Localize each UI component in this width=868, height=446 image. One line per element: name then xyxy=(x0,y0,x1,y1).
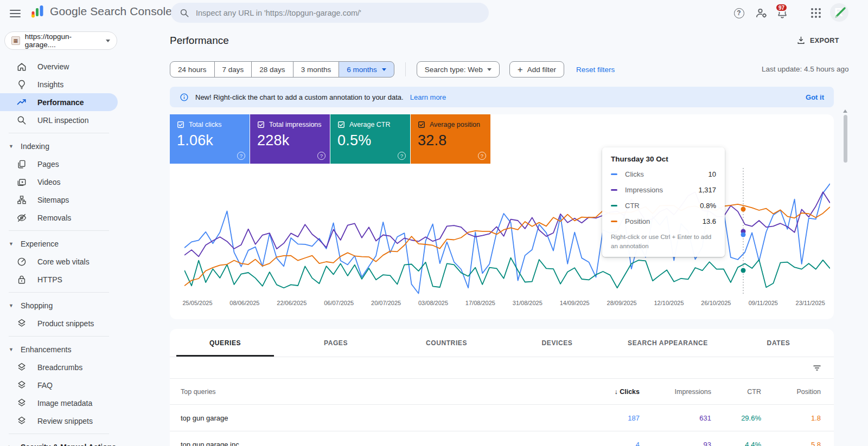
tooltip-label: Impressions xyxy=(625,186,663,194)
total-clicks-card[interactable]: Total clicks 1.06k ? xyxy=(170,114,250,164)
export-label: EXPORT xyxy=(810,37,839,44)
apps-grid-button[interactable] xyxy=(808,5,824,21)
sort-descending-icon: ↓ xyxy=(614,388,620,396)
sidebar-section-security-manual-actions[interactable]: ▶ Security & Manual Actions xyxy=(0,438,118,446)
layers-diamond-icon xyxy=(16,416,27,426)
tab-search-appearance[interactable]: SEARCH APPEARANCE xyxy=(612,329,723,357)
help-icon[interactable]: ? xyxy=(398,152,406,160)
checkbox-checked-icon[interactable] xyxy=(418,121,425,128)
sidebar-item-overview[interactable]: Overview xyxy=(0,57,118,75)
query-cell[interactable]: top gun garage inc xyxy=(181,441,569,446)
sidebar-item-url-inspection[interactable]: URL inspection xyxy=(0,111,118,129)
account-avatar[interactable]: R xyxy=(830,3,848,22)
help-icon[interactable]: ? xyxy=(317,152,326,160)
lightbulb-icon xyxy=(16,79,27,90)
scrollbar-thumb[interactable] xyxy=(844,115,847,163)
tab-countries[interactable]: COUNTRIES xyxy=(391,329,502,357)
x-axis-label: 25/05/2025 xyxy=(182,300,212,306)
sidebar-item-sitemaps[interactable]: Sitemaps xyxy=(0,191,118,209)
x-axis-label: 20/07/2025 xyxy=(371,300,401,306)
home-icon xyxy=(16,61,27,72)
help-icon[interactable]: ? xyxy=(478,152,486,160)
sidebar-item-review-snippets[interactable]: Review snippets xyxy=(0,412,118,430)
section-label: Shopping xyxy=(21,301,53,310)
sidebar-item-product-snippets[interactable]: Product snippets xyxy=(0,314,118,332)
got-it-button[interactable]: Got it xyxy=(806,93,824,101)
checkbox-checked-icon[interactable] xyxy=(177,121,184,128)
chart-tooltip: Thursday 30 Oct Clicks 10 Impressions 1,… xyxy=(602,147,725,257)
column-impressions[interactable]: Impressions xyxy=(640,388,711,396)
sidebar-item-insights[interactable]: Insights xyxy=(0,75,118,93)
property-selector[interactable]: ▦ https://topgun-garage.... xyxy=(4,31,117,50)
section-label: Experience xyxy=(21,240,59,248)
tooltip-value: 13.6 xyxy=(703,217,716,225)
date-range-28-days[interactable]: 28 days xyxy=(251,61,293,77)
column-ctr[interactable]: CTR xyxy=(711,388,761,396)
sidebar-section-enhancements[interactable]: ▼ Enhancements xyxy=(0,340,118,358)
scroll-up-icon[interactable] xyxy=(843,109,847,113)
date-range-label: 6 months xyxy=(347,66,377,74)
sidebar-item-faq[interactable]: FAQ xyxy=(0,376,118,394)
tab-queries[interactable]: QUERIES xyxy=(170,329,280,357)
search-type-filter[interactable]: Search type: Web xyxy=(417,61,500,77)
export-button[interactable]: EXPORT xyxy=(796,36,839,45)
learn-more-link[interactable]: Learn more xyxy=(410,93,446,101)
sidebar-item-pages[interactable]: Pages xyxy=(0,155,118,173)
column-position[interactable]: Position xyxy=(761,388,821,396)
add-filter-button[interactable]: + Add filter xyxy=(509,61,564,77)
metric-cards: Total clicks 1.06k ? Total impressions 2… xyxy=(170,114,490,164)
sidebar-item-core-web-vitals[interactable]: Core web vitals xyxy=(0,253,118,270)
average-position-card[interactable]: Average position 32.8 ? xyxy=(411,114,490,164)
menu-icon[interactable] xyxy=(10,8,21,18)
layers-diamond-icon xyxy=(16,398,27,409)
query-cell[interactable]: top gun garage xyxy=(181,414,569,422)
chevron-down-icon xyxy=(106,40,110,42)
search-icon xyxy=(180,8,189,18)
tab-devices[interactable]: DEVICES xyxy=(502,329,612,357)
filter-list-icon[interactable] xyxy=(812,363,822,373)
checkbox-checked-icon[interactable] xyxy=(337,121,345,128)
sidebar-section-experience[interactable]: ▼ Experience xyxy=(0,235,118,253)
clicks-swatch-icon xyxy=(611,173,617,176)
tab-pages[interactable]: PAGES xyxy=(280,329,391,357)
divider xyxy=(9,133,109,133)
tooltip-row-ctr: CTR 0.8% xyxy=(611,198,716,214)
sidebar-item-performance[interactable]: Performance xyxy=(0,93,118,111)
help-icon[interactable]: ? xyxy=(237,152,245,160)
average-ctr-card[interactable]: Average CTR 0.5% ? xyxy=(330,114,410,164)
content-scrollbar[interactable] xyxy=(842,109,848,446)
x-axis-labels: 25/05/202508/06/202522/06/202506/07/2025… xyxy=(184,300,830,308)
date-range-6-months[interactable]: 6 months xyxy=(339,61,394,77)
sidebar-section-shopping[interactable]: ▼ Shopping xyxy=(0,296,118,314)
sidebar-item-videos[interactable]: Videos xyxy=(0,173,118,191)
app-logo[interactable]: Google Search Console xyxy=(30,4,172,18)
url-inspect-search-bar[interactable] xyxy=(171,3,489,23)
gauge-icon xyxy=(16,256,27,267)
chevron-down-icon: ▼ xyxy=(9,144,14,149)
table-row[interactable]: top gun garage 187 631 29.6% 1.8 xyxy=(170,405,834,431)
date-range-7-days[interactable]: 7 days xyxy=(214,61,252,77)
search-input[interactable] xyxy=(196,9,480,17)
date-range-3-months[interactable]: 3 months xyxy=(293,61,340,77)
sidebar-item-removals[interactable]: Removals xyxy=(0,209,118,227)
column-clicks-sorted[interactable]: ↓ Clicks xyxy=(569,388,640,396)
chevron-down-icon: ▼ xyxy=(9,303,14,308)
tab-dates[interactable]: DATES xyxy=(723,329,834,357)
chevron-right-icon: ▶ xyxy=(9,444,14,446)
chevron-down-icon xyxy=(487,68,492,71)
sidebar-item-image-metadata[interactable]: Image metadata xyxy=(0,394,118,412)
sidebar-item-breadcrumbs[interactable]: Breadcrumbs xyxy=(0,358,118,376)
table-row-partial[interactable]: top gun garage inc 4 93 4.4% 5.8 xyxy=(170,431,834,446)
total-impressions-card[interactable]: Total impressions 228k ? xyxy=(250,114,330,164)
performance-line-chart[interactable] xyxy=(184,168,830,295)
help-button[interactable]: ? xyxy=(731,5,746,21)
clicks-cell: 4 xyxy=(569,441,640,446)
manage-users-button[interactable] xyxy=(754,5,769,21)
sidebar-section-indexing[interactable]: ▼ Indexing xyxy=(0,137,118,155)
checkbox-checked-icon[interactable] xyxy=(257,121,265,128)
sidebar-item-https[interactable]: HTTPS xyxy=(0,270,118,288)
reset-filters-link[interactable]: Reset filters xyxy=(576,66,615,74)
ctr-swatch-icon xyxy=(611,205,617,207)
date-range-24-hours[interactable]: 24 hours xyxy=(170,61,215,77)
pencil-icon xyxy=(830,3,848,22)
